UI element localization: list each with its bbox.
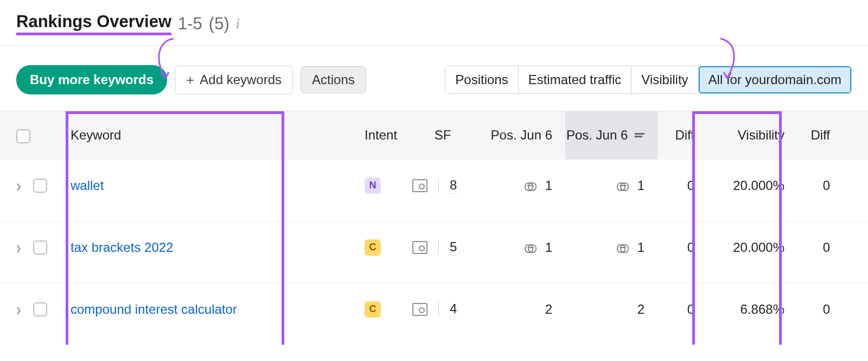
rankings-table: Keyword Intent SF Pos. Jun 6 Pos. Jun 6 … [0,111,868,345]
row-checkbox[interactable] [33,240,47,255]
expand-icon[interactable]: › [16,237,21,258]
pos1-cell: 2 [473,283,565,345]
sort-icon [635,132,644,138]
select-all-checkbox[interactable] [16,129,30,143]
actions-button[interactable]: Actions [301,66,366,93]
title-range: 1-5 [178,14,202,34]
intent-badge: C [365,239,381,256]
serp-features-icon[interactable] [412,241,427,254]
link-icon [617,182,629,190]
header-pos2[interactable]: Pos. Jun 6 [565,111,658,160]
intent-cell: N [365,160,412,221]
sf-cell: 4 [412,283,473,345]
diff2-cell: 0 [796,160,868,221]
diff2-cell: 0 [796,283,868,345]
link-icon [525,182,537,190]
header-pos2-label: Pos. Jun 6 [566,128,628,142]
title-wrap: Rankings Overview 1-5 (5) i [16,12,852,35]
divider [438,179,439,193]
table-row: › compound interest calculatorC 4 2206.8… [0,283,868,345]
sf-count[interactable]: 5 [450,239,457,256]
view-tabs: Positions Estimated traffic Visibility A… [445,66,852,94]
buy-keywords-label: Buy more keywords [30,72,154,87]
diff-value: 0 [687,302,694,317]
diff-value: 0 [687,178,694,193]
diff-cell: 0 [658,221,705,283]
row-select-cell: › [0,160,71,221]
visibility-cell: 20.000% [705,221,796,283]
rankings-table-wrap: Keyword Intent SF Pos. Jun 6 Pos. Jun 6 … [0,111,868,345]
diff-value: 0 [687,240,694,255]
intent-cell: C [365,221,412,283]
link-icon [617,244,629,252]
keyword-cell: tax brackets 2022 [71,221,365,283]
visibility-cell: 6.868% [705,283,796,345]
header-select [0,111,71,160]
header-pos1[interactable]: Pos. Jun 6 [473,111,565,160]
expand-icon[interactable]: › [16,175,21,197]
pos1-cell: 1 [473,160,565,221]
table-body: › walletN 8 11020.000%0 › tax brackets 2… [0,160,868,345]
header-intent[interactable]: Intent [365,111,412,160]
sf-count[interactable]: 8 [450,178,457,194]
row-select-cell: › [0,283,71,345]
add-keywords-button[interactable]: + Add keywords [175,66,293,94]
header-diff2[interactable]: Diff [796,111,868,160]
serp-features-icon[interactable] [412,303,427,316]
pos1-value: 1 [545,240,552,255]
diff2-value: 0 [823,302,830,317]
keyword-cell: wallet [71,160,365,221]
tab-visibility[interactable]: Visibility [631,66,698,93]
plus-icon: + [186,72,194,88]
tab-positions[interactable]: Positions [445,66,518,93]
tab-traffic[interactable]: Estimated traffic [519,66,632,93]
table-row: › tax brackets 2022C 5 11020.000%0 [0,221,868,283]
tab-all-for-domain[interactable]: All for yourdomain.com [699,66,851,93]
pos2-cell: 2 [565,283,658,345]
header-keyword[interactable]: Keyword [71,111,365,160]
intent-badge: C [365,301,381,318]
add-keywords-label: Add keywords [200,72,282,87]
pos2-cell: 1 [565,160,658,221]
sf-cell: 5 [412,221,473,283]
pos2-value: 1 [637,240,644,255]
sf-cell: 8 [412,160,473,221]
pos2-value: 1 [637,178,644,193]
intent-cell: C [365,283,412,345]
intent-badge: N [365,178,381,194]
pos1-value: 2 [545,302,552,317]
pos1-value: 1 [545,178,552,193]
diff2-value: 0 [823,240,830,255]
buy-keywords-button[interactable]: Buy more keywords [16,65,167,94]
title-count: (5) [209,14,229,34]
keyword-link[interactable]: compound interest calculator [71,302,237,317]
expand-icon[interactable]: › [16,299,21,320]
header-diff[interactable]: Diff [658,111,705,160]
serp-features-icon[interactable] [412,179,427,192]
pos2-value: 2 [637,302,644,317]
row-checkbox[interactable] [33,302,47,316]
diff2-cell: 0 [796,221,868,283]
link-icon [525,244,537,252]
pos1-cell: 1 [473,221,565,283]
actions-label: Actions [312,72,355,87]
row-checkbox[interactable] [33,179,47,193]
visibility-cell: 20.000% [705,160,796,221]
toolbar: Buy more keywords + Add keywords Actions… [0,46,868,111]
page-header: Rankings Overview 1-5 (5) i [0,0,868,46]
pos2-cell: 1 [565,221,658,283]
info-icon[interactable]: i [236,16,240,32]
page-title: Rankings Overview [16,12,171,35]
header-sf[interactable]: SF [412,111,473,160]
divider [438,302,439,316]
keyword-link[interactable]: wallet [71,178,104,193]
visibility-value: 6.868% [741,302,784,317]
diff2-value: 0 [823,178,830,193]
sf-count[interactable]: 4 [450,301,457,318]
row-select-cell: › [0,221,71,283]
visibility-value: 20.000% [733,178,784,193]
table-header-row: Keyword Intent SF Pos. Jun 6 Pos. Jun 6 … [0,111,868,160]
header-visibility[interactable]: Visibility [705,111,796,160]
keyword-link[interactable]: tax brackets 2022 [71,240,173,255]
divider [438,240,439,255]
